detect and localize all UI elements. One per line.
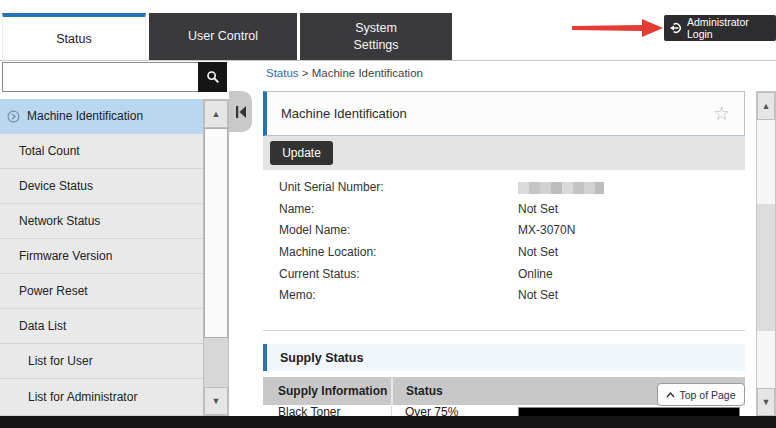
top-of-page-button[interactable]: Top of Page bbox=[657, 383, 745, 406]
field-row: Model Name: MX-3070N bbox=[279, 220, 739, 242]
arrow-up-icon: ▲ bbox=[212, 109, 221, 119]
sidebar-scrollbar-thumb[interactable] bbox=[204, 128, 228, 338]
field-row: Current Status: Online bbox=[279, 264, 739, 286]
arrow-up-icon: ▲ bbox=[762, 101, 771, 111]
field-label: Model Name: bbox=[279, 223, 350, 237]
sidebar-item-label: Device Status bbox=[19, 179, 93, 193]
sidebar-item-label: Network Status bbox=[19, 214, 100, 228]
arrow-down-icon: ▼ bbox=[762, 397, 771, 407]
field-value: MX-3070N bbox=[518, 220, 575, 242]
redacted-serial-value bbox=[518, 182, 604, 194]
sidebar-scrollbar[interactable]: ▲ ▼ bbox=[203, 99, 229, 416]
field-value: Online bbox=[518, 264, 553, 286]
search-icon bbox=[206, 70, 220, 84]
sidebar-item-label: Machine Identification bbox=[27, 109, 143, 123]
content-scroll-down-button[interactable]: ▼ bbox=[757, 388, 775, 416]
field-value: Not Set bbox=[518, 285, 558, 307]
sidebar-search bbox=[2, 62, 227, 92]
field-row: Memo: Not Set bbox=[279, 285, 739, 307]
sidebar-item-total-count[interactable]: Total Count bbox=[0, 134, 203, 169]
supply-status-section-header: Supply Status bbox=[263, 344, 745, 371]
header-divider bbox=[0, 60, 776, 61]
sidebar-item-network-status[interactable]: Network Status bbox=[0, 204, 203, 239]
breadcrumb-status-link[interactable]: Status bbox=[266, 67, 299, 79]
breadcrumb-separator: > bbox=[302, 67, 309, 79]
bottom-bar bbox=[0, 416, 776, 428]
sidebar-item-device-status[interactable]: Device Status bbox=[0, 169, 203, 204]
supply-status-title: Supply Status bbox=[280, 351, 363, 365]
sidebar-item-power-reset[interactable]: Power Reset bbox=[0, 274, 203, 309]
machine-identification-panel-header: Machine Identification ☆ bbox=[263, 91, 745, 136]
annotation-arrow bbox=[572, 18, 664, 38]
field-label: Machine Location: bbox=[279, 245, 376, 259]
tab-user-control-label: User Control bbox=[188, 28, 258, 44]
search-button[interactable] bbox=[198, 62, 227, 92]
login-icon bbox=[669, 21, 682, 35]
sidebar-item-label: Firmware Version bbox=[19, 249, 112, 263]
arrow-down-icon: ▼ bbox=[212, 396, 221, 406]
chevron-circle-icon bbox=[7, 110, 20, 123]
sidebar-item-firmware-version[interactable]: Firmware Version bbox=[0, 239, 203, 274]
sidebar-item-label: Data List bbox=[19, 319, 66, 333]
field-label: Current Status: bbox=[279, 267, 360, 281]
machine-info-fields: Unit Serial Number: Name: Not Set Model … bbox=[279, 177, 739, 307]
sidebar-scroll-up-button[interactable]: ▲ bbox=[204, 100, 228, 128]
caret-up-icon bbox=[666, 392, 675, 398]
page-title: Machine Identification bbox=[281, 106, 407, 121]
collapse-left-icon bbox=[235, 105, 247, 119]
sidebar-item-list-for-administrator[interactable]: List for Administrator bbox=[0, 379, 203, 416]
sidebar-item-data-list[interactable]: Data List bbox=[0, 309, 203, 344]
field-row: Unit Serial Number: bbox=[279, 177, 739, 199]
sidebar-item-label: List for Administrator bbox=[28, 390, 137, 404]
field-row: Name: Not Set bbox=[279, 199, 739, 221]
tab-status-label: Status bbox=[56, 32, 91, 46]
sidebar-item-label: List for User bbox=[28, 354, 93, 368]
sidebar-item-label: Total Count bbox=[19, 144, 80, 158]
tab-status[interactable]: Status bbox=[2, 13, 146, 60]
field-label: Unit Serial Number: bbox=[279, 180, 384, 194]
administrator-login-label: Administrator Login bbox=[687, 16, 771, 40]
sidebar-item-machine-identification[interactable]: Machine Identification bbox=[0, 99, 203, 134]
breadcrumb-current: Machine Identification bbox=[312, 67, 423, 79]
sidebar-scroll-down-button[interactable]: ▼ bbox=[204, 387, 228, 415]
content-scrollbar[interactable]: ▲ ▼ bbox=[756, 91, 776, 417]
column-header-status: Status bbox=[391, 377, 443, 405]
favorite-star-icon[interactable]: ☆ bbox=[713, 104, 730, 123]
column-header-supply-information: Supply Information bbox=[263, 384, 391, 398]
top-of-page-label: Top of Page bbox=[679, 389, 735, 401]
breadcrumb: Status > Machine Identification bbox=[266, 67, 423, 79]
device-webui-screen: Status User Control System Settings Admi… bbox=[0, 0, 776, 428]
administrator-login-button[interactable]: Administrator Login bbox=[664, 15, 776, 41]
search-input[interactable] bbox=[2, 62, 198, 92]
field-label: Memo: bbox=[279, 288, 316, 302]
toolbar-row bbox=[263, 136, 745, 170]
field-label: Name: bbox=[279, 202, 314, 216]
sidebar-item-list-for-user[interactable]: List for User bbox=[0, 344, 203, 379]
tab-system-settings[interactable]: System Settings bbox=[300, 13, 452, 60]
sidebar-collapse-handle[interactable] bbox=[229, 91, 252, 132]
tab-user-control[interactable]: User Control bbox=[149, 13, 297, 60]
field-row: Machine Location: Not Set bbox=[279, 242, 739, 264]
content-scrollbar-thumb[interactable] bbox=[757, 204, 775, 331]
tab-system-settings-label: System Settings bbox=[341, 20, 411, 53]
field-value: Not Set bbox=[518, 199, 558, 221]
section-divider bbox=[263, 330, 745, 331]
update-button[interactable]: Update bbox=[270, 141, 333, 165]
content-scroll-up-button[interactable]: ▲ bbox=[757, 92, 775, 120]
sidebar-item-label: Power Reset bbox=[19, 284, 88, 298]
field-value: Not Set bbox=[518, 242, 558, 264]
